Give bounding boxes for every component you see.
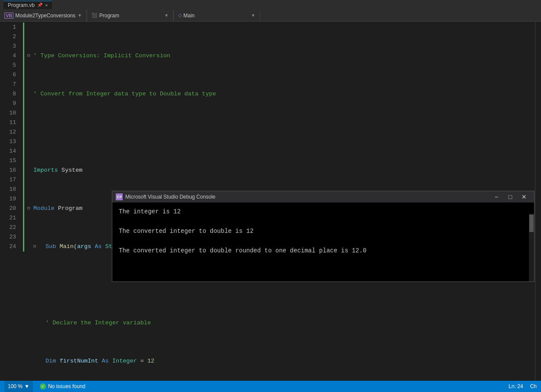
code-line-2: ' Convert from Integer data type to Doub…	[27, 89, 535, 99]
code-num-12: 12	[147, 356, 154, 366]
collapse-icon-1[interactable]: ⊟	[27, 51, 33, 61]
debug-close-btn[interactable]: ✕	[518, 192, 531, 202]
console-line-1: The integer is 12	[119, 207, 528, 216]
console-scrollbar[interactable]	[529, 214, 534, 281]
line-position: Ln: 24	[508, 383, 523, 389]
code-comment-2: ' Convert from Integer data type to Doub…	[33, 89, 216, 99]
program-selector[interactable]: ⬛ Program ▼	[87, 10, 173, 21]
console-blank-1	[119, 216, 528, 226]
status-bar: 100 % ▼ ✓ No issues found Ln: 24 Ch	[0, 381, 541, 392]
collapse-icon-6[interactable]: ⊟	[33, 242, 39, 252]
main-dropdown-icon: ▼	[251, 13, 255, 18]
debug-title-bar: C# Microsoft Visual Studio Debug Console…	[112, 191, 534, 203]
program-dropdown-icon: ▼	[164, 13, 169, 18]
code-paren1: (	[74, 242, 77, 252]
code-integer-type: Integer	[112, 356, 137, 366]
tab-close-icon[interactable]: ×	[45, 3, 48, 8]
code-comment-3: ' Declare the Integer variable	[46, 318, 151, 328]
debug-title: Microsoft Visual Studio Debug Console	[125, 194, 215, 200]
code-line-1: ⊟ ' Type Conversions: Implicit Conversio…	[27, 51, 535, 61]
line-numbers: 12345 678910 1112131415 1617181920 21222…	[0, 22, 20, 381]
code-args-param: args	[77, 242, 91, 252]
console-line-3: The converted integer to double rounded …	[119, 246, 528, 255]
debug-app-icon: C#	[116, 193, 123, 200]
code-comment-1: ' Type Conversions: Implicit Conversion	[33, 51, 170, 61]
debug-console: C# Microsoft Visual Studio Debug Console…	[112, 191, 534, 282]
code-firstnumint: firstNumInt	[59, 356, 98, 366]
code-assign1: =	[137, 356, 147, 366]
debug-window-controls: − □ ✕	[490, 192, 531, 202]
title-bar: Program.vb 📌 ×	[0, 0, 541, 10]
code-system: System	[58, 166, 83, 175]
code-module-kw: Module	[33, 204, 55, 213]
collapse-icon-5[interactable]: ⊟	[27, 204, 33, 213]
main-label: Main	[183, 13, 195, 19]
console-scroll-thumb	[529, 215, 534, 232]
vb-icon: VB	[4, 13, 13, 19]
code-line-9: Dim firstNumInt As Integer = 12	[27, 356, 535, 366]
issues-text: No issues found	[48, 383, 85, 389]
module-dropdown-icon: ▼	[78, 13, 82, 18]
console-line-2: The converted integer to double is 12	[119, 226, 528, 236]
tab-name: Program.vb	[8, 2, 35, 8]
tab-pin-icon: 📌	[37, 3, 42, 7]
main-icon: ◇	[178, 13, 182, 18]
editor-tab[interactable]: Program.vb 📌 ×	[3, 1, 52, 9]
editor-scrollbar[interactable]	[535, 22, 541, 381]
code-as-kw1: As	[91, 242, 105, 252]
code-line-8: ' Declare the Integer variable	[27, 318, 535, 328]
console-blank-2	[119, 236, 528, 245]
debug-maximize-btn[interactable]: □	[504, 192, 517, 202]
module-name: Module2TypeConversions	[15, 13, 75, 19]
code-sub-kw: Sub	[46, 242, 59, 252]
code-as-kw2: As	[98, 356, 112, 366]
code-main-fn: Main	[59, 242, 73, 252]
code-module-name: Program	[55, 204, 83, 213]
code-imports: Imports	[33, 166, 58, 175]
issues-indicator[interactable]: ✓ No issues found	[40, 383, 85, 389]
code-line-4: Imports System	[27, 166, 535, 175]
zoom-level: 100 %	[8, 383, 23, 389]
debug-minimize-btn[interactable]: −	[490, 192, 503, 202]
debug-output: The integer is 12 The converted integer …	[112, 203, 534, 281]
nav-bar: VB Module2TypeConversions ▼ ⬛ Program ▼ …	[0, 10, 541, 22]
program-icon: ⬛	[91, 13, 98, 18]
code-line-3	[27, 127, 535, 137]
program-label: Program	[99, 13, 119, 19]
status-right: Ln: 24 Ch	[508, 383, 537, 389]
col-position: Ch	[530, 383, 537, 389]
gutter	[20, 22, 26, 381]
code-dim1-kw: Dim	[46, 356, 59, 366]
check-icon: ✓	[40, 383, 46, 389]
zoom-dropdown-icon: ▼	[24, 383, 29, 389]
editor-container: 12345 678910 1112131415 1617181920 21222…	[0, 22, 541, 381]
zoom-selector[interactable]: 100 % ▼	[4, 381, 33, 392]
module-selector[interactable]: VB Module2TypeConversions ▼	[0, 10, 87, 21]
main-selector[interactable]: ◇ Main ▼	[173, 10, 260, 21]
